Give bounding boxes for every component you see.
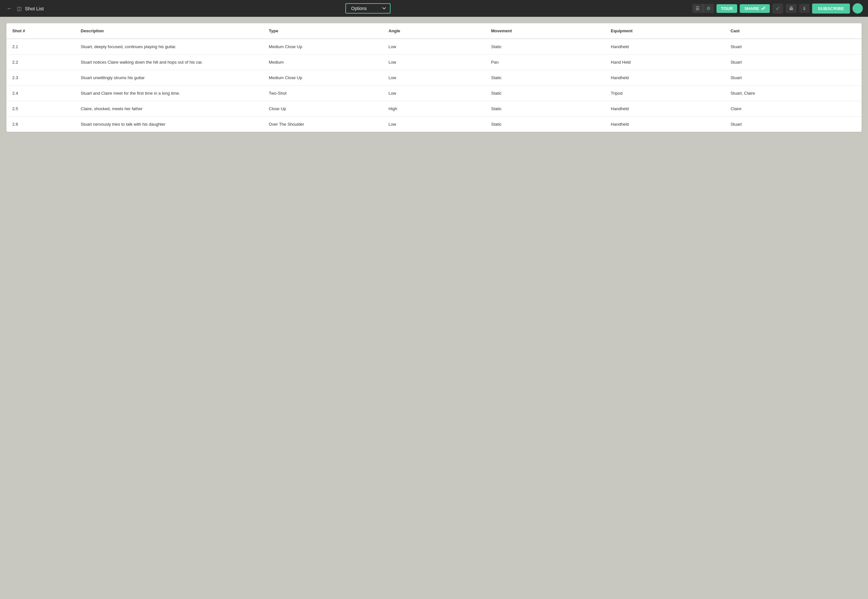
main-content: Shot # Description Type Angle Movement <box>0 17 868 138</box>
cell-shot-3: 2.4 <box>6 86 75 101</box>
cell-movement-4: Static <box>485 101 605 117</box>
cell-description-2: Stuart unwittingly strums his guitar <box>75 70 263 86</box>
back-button[interactable]: ← <box>5 4 14 13</box>
cell-cast-5: Stuart <box>725 117 862 132</box>
check-button[interactable]: ✓ <box>772 3 783 14</box>
cell-type-0: Medium Close Up <box>263 39 383 54</box>
cell-equipment-2: Handheld <box>605 70 725 86</box>
cell-type-5: Over The Shoulder <box>263 117 383 132</box>
cell-cast-3: Stuart, Claire <box>725 86 862 101</box>
tour-button[interactable]: TOUR <box>716 4 737 13</box>
cell-cast-2: Stuart <box>725 70 862 86</box>
table-header: Shot # Description Type Angle Movement <box>6 23 862 39</box>
subscribe-button[interactable]: SUBSCRIBE <box>812 3 850 14</box>
cell-movement-2: Static <box>485 70 605 86</box>
share-icon: ☍ <box>761 6 765 11</box>
col-header-shot: Shot # <box>6 23 75 39</box>
toolbar-center: Options <box>48 3 688 14</box>
cell-type-4: Close Up <box>263 101 383 117</box>
col-header-equipment: Equipment <box>605 23 725 39</box>
shot-list-table: Shot # Description Type Angle Movement <box>6 23 862 132</box>
cell-movement-5: Static <box>485 117 605 132</box>
table-row: 2.1Stuart, deeply focused, continues pla… <box>6 39 862 54</box>
cell-description-3: Stuart and Claire meet for the first tim… <box>75 86 263 101</box>
toolbar-title: Shot List <box>25 6 44 11</box>
view-toggle-group: ☰ ⚙ <box>692 4 714 13</box>
col-header-cast: Cast <box>725 23 862 39</box>
shotlist-icon: ◫ <box>17 6 22 12</box>
toolbar-left: ← ◫ Shot List <box>5 4 44 13</box>
cell-shot-1: 2.2 <box>6 54 75 70</box>
list-view-button[interactable]: ☰ <box>692 4 703 13</box>
cell-angle-3: Low <box>383 86 486 101</box>
table-row: 2.5Claire, shocked, meets her fatherClos… <box>6 101 862 117</box>
cell-cast-1: Stuart <box>725 54 862 70</box>
download-button[interactable]: ⇓ <box>799 4 809 13</box>
cell-angle-4: High <box>383 101 486 117</box>
cell-shot-4: 2.5 <box>6 101 75 117</box>
cell-equipment-1: Hand Held <box>605 54 725 70</box>
table-row: 2.2Stuart notices Claire walking down th… <box>6 54 862 70</box>
toolbar-right: ☰ ⚙ TOUR SHARE ☍ ✓ 🖶 ⇓ SUBSCRIBE <box>692 3 863 14</box>
col-header-angle: Angle <box>383 23 486 39</box>
table-body: 2.1Stuart, deeply focused, continues pla… <box>6 39 862 132</box>
shot-list-table-container: Shot # Description Type Angle Movement <box>6 23 862 132</box>
cell-equipment-0: Handheld <box>605 39 725 54</box>
col-header-type: Type <box>263 23 383 39</box>
cell-description-4: Claire, shocked, meets her father <box>75 101 263 117</box>
cell-equipment-5: Handheld <box>605 117 725 132</box>
avatar[interactable] <box>853 3 863 14</box>
cell-angle-2: Low <box>383 70 486 86</box>
grid-view-button[interactable]: ⚙ <box>703 4 714 13</box>
toolbar: ← ◫ Shot List Options ☰ ⚙ TOUR SHARE ☍ ✓… <box>0 0 868 17</box>
table-row: 2.4Stuart and Claire meet for the first … <box>6 86 862 101</box>
cell-cast-4: Claire <box>725 101 862 117</box>
share-button[interactable]: SHARE ☍ <box>740 4 770 13</box>
cell-shot-2: 2.3 <box>6 70 75 86</box>
cell-description-5: Stuart nervously tries to talk with his … <box>75 117 263 132</box>
cell-description-1: Stuart notices Claire walking down the h… <box>75 54 263 70</box>
table-row: 2.6Stuart nervously tries to talk with h… <box>6 117 862 132</box>
cell-description-0: Stuart, deeply focused, continues playin… <box>75 39 263 54</box>
cell-angle-1: Low <box>383 54 486 70</box>
cell-type-2: Medium Close Up <box>263 70 383 86</box>
cell-movement-3: Static <box>485 86 605 101</box>
cell-movement-1: Pan <box>485 54 605 70</box>
table-row: 2.3Stuart unwittingly strums his guitarM… <box>6 70 862 86</box>
header-row: Shot # Description Type Angle Movement <box>6 23 862 39</box>
cell-movement-0: Static <box>485 39 605 54</box>
options-dropdown[interactable]: Options <box>345 3 391 14</box>
cell-angle-5: Low <box>383 117 486 132</box>
print-button[interactable]: 🖶 <box>785 4 797 13</box>
col-header-description: Description <box>75 23 263 39</box>
cell-cast-0: Stuart <box>725 39 862 54</box>
cell-equipment-4: Handheld <box>605 101 725 117</box>
cell-type-3: Two-Shot <box>263 86 383 101</box>
cell-shot-0: 2.1 <box>6 39 75 54</box>
cell-equipment-3: Tripod <box>605 86 725 101</box>
col-header-movement: Movement <box>485 23 605 39</box>
cell-shot-5: 2.6 <box>6 117 75 132</box>
cell-type-1: Medium <box>263 54 383 70</box>
cell-angle-0: Low <box>383 39 486 54</box>
